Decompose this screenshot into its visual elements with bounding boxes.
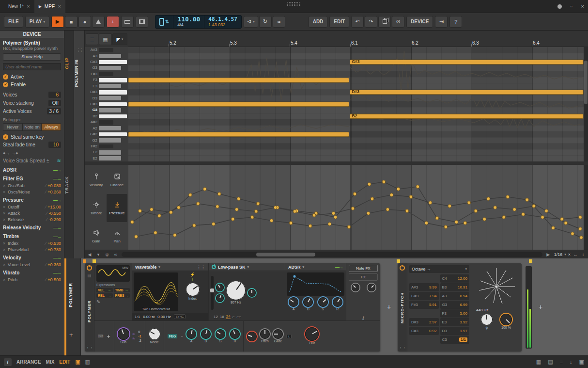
timeline-ruler[interactable]: 5.25.35.46.16.26.36.4 — [128, 31, 588, 47]
mod-target-row[interactable]: ×Release∕-0.290 — [3, 216, 61, 223]
nudge-icons[interactable]: ⇅ — [165, 19, 169, 24]
tuning-value[interactable]: 0.92 — [429, 329, 437, 333]
tuning-fork-icon[interactable]: ψ — [104, 252, 110, 257]
remove-icon[interactable]: × — [3, 262, 8, 267]
edit-pencil-icon[interactable]: ✎ — [96, 299, 130, 304]
index-knob[interactable]: Index — [186, 283, 200, 301]
scroll-left-icon[interactable]: ◀ — [87, 252, 93, 257]
layers-button[interactable] — [136, 16, 148, 28]
filter-drive-knob[interactable] — [216, 284, 224, 291]
expression-button-pan[interactable]: Pan — [107, 222, 127, 250]
document-tab[interactable]: New 1*× — [4, 0, 34, 13]
zoom-horizontal-icon[interactable]: ↔ — [573, 252, 578, 257]
freq-offset-value[interactable]: 0.00 Hz — [157, 315, 171, 319]
mod-target-row[interactable]: ×Osc/Sub∕+0.080 — [3, 182, 61, 189]
filter-response-icon[interactable]: ⌐ — [232, 315, 235, 319]
tab-clip[interactable]: CLIP — [64, 57, 74, 69]
tuning-value[interactable]: 5.00 — [460, 311, 467, 316]
mod-amount-value[interactable]: +0.080 — [47, 183, 61, 188]
pressure-point[interactable] — [545, 209, 548, 213]
drag-handle-icon[interactable]: ⋮⋮ — [86, 345, 93, 350]
scrollbar-thumb[interactable] — [256, 253, 315, 256]
pointer-tool-button[interactable]: ◤ ▾ — [112, 33, 127, 45]
mod-amount-value[interactable]: +0.260 — [47, 190, 61, 194]
delete-button[interactable]: ⊘ — [392, 16, 404, 28]
pressure-point[interactable] — [170, 211, 173, 214]
pressure-point[interactable] — [425, 222, 428, 225]
pressure-point[interactable] — [368, 183, 371, 186]
key-bar[interactable] — [99, 156, 121, 160]
add-device-icon[interactable]: + — [69, 331, 73, 338]
mod-amount-value[interactable]: -0.290 — [48, 217, 61, 222]
metronome-button[interactable] — [92, 16, 105, 28]
expression-button-chance[interactable]: Chance — [107, 166, 127, 194]
piano-key-row[interactable]: C#3 — [85, 101, 128, 107]
pressure-point[interactable] — [390, 193, 393, 197]
device-power-icon[interactable] — [87, 265, 92, 271]
piano-key-row[interactable]: A#3 — [85, 47, 128, 53]
key-bar[interactable] — [99, 84, 121, 88]
pressure-point[interactable] — [231, 218, 234, 221]
play-button[interactable]: ▶ — [51, 16, 64, 28]
filter-slope-option[interactable]: 18 — [220, 315, 224, 319]
tuning-value[interactable]: 3.92 — [460, 320, 467, 324]
feg-badge[interactable]: FEG — [168, 334, 177, 338]
filter-keytrack-knob[interactable] — [248, 289, 256, 297]
zoom-vertical-icon[interactable]: ↕ — [580, 252, 586, 257]
pressure-point[interactable] — [579, 227, 582, 231]
voices-value[interactable]: 6 — [48, 92, 61, 98]
glide-knob[interactable]: Glide — [273, 329, 283, 343]
key-bar[interactable] — [99, 72, 113, 77]
tuning-value[interactable]: 7.94 — [429, 294, 437, 298]
feg-s-knob[interactable]: S — [216, 329, 225, 343]
pressure-point[interactable] — [192, 224, 196, 227]
wavetable-name[interactable]: Two Harmonics.wt — [134, 307, 178, 311]
tuning-value[interactable]: 6.99 — [460, 303, 467, 307]
view-mix[interactable]: MIX — [46, 359, 55, 365]
knob-dial[interactable] — [216, 329, 225, 339]
pressure-point[interactable] — [541, 216, 544, 219]
sub-octave-option[interactable]: 0 — [139, 330, 141, 334]
key-bar[interactable] — [99, 108, 121, 112]
pressure-point[interactable] — [173, 234, 177, 237]
enable-toggle[interactable]: ✓ Enable — [3, 80, 61, 88]
tuning-cell-d3[interactable]: D31.97 — [440, 327, 470, 335]
song-time[interactable]: 1:43.032 — [208, 22, 237, 27]
pressure-point[interactable] — [328, 223, 331, 226]
tuning-cell-gs3[interactable]: G#37.94 — [409, 292, 439, 300]
drag-handle-icon[interactable]: ⋮⋮ — [399, 345, 406, 350]
view-arrange[interactable]: ARRANGE — [16, 359, 41, 365]
tuning-value[interactable]: 1.97 — [460, 329, 467, 333]
expression-button-gain[interactable]: Gain — [86, 222, 107, 250]
pressure-point[interactable] — [416, 185, 419, 189]
piano-key-row[interactable]: B2 — [85, 113, 128, 119]
lane-name[interactable]: POLYMER #6 — [74, 60, 84, 87]
expression-scrollbar[interactable] — [584, 165, 588, 250]
piano-key-row[interactable]: E2 — [85, 156, 128, 161]
mappings-icon[interactable]: ≡ — [560, 359, 563, 365]
device-color-marker[interactable] — [83, 259, 86, 263]
pressure-point[interactable] — [353, 192, 356, 196]
document-tab[interactable]: ▶MPE× — [34, 0, 65, 13]
envelope-type[interactable]: ADSR — [288, 265, 301, 270]
feg-d-knob[interactable]: D — [201, 329, 211, 343]
pressure-point[interactable] — [293, 210, 296, 213]
pressure-point[interactable] — [409, 195, 413, 199]
tuning-value[interactable]: 5.91 — [429, 303, 437, 307]
knob-dial[interactable] — [303, 297, 313, 307]
midi-note[interactable] — [128, 78, 349, 82]
pitch-knob[interactable]: Pitch — [260, 329, 270, 343]
info-button[interactable]: i — [4, 358, 12, 366]
pressure-point[interactable] — [506, 195, 510, 199]
sub-octave-option[interactable]: -2 — [139, 338, 141, 343]
track-name[interactable]: POLYMER — [68, 283, 78, 307]
knob-dial[interactable] — [289, 297, 298, 307]
undo-button[interactable]: ↶ — [351, 16, 364, 28]
fx-slot-tab-fx[interactable]: FX — [349, 273, 378, 281]
key-bar[interactable] — [99, 120, 113, 125]
midi-note[interactable] — [128, 132, 349, 136]
pressure-point[interactable] — [513, 208, 516, 211]
mod-amount-value[interactable]: +15.00 — [47, 205, 61, 209]
grid-multiplier-icon[interactable]: × — [568, 252, 571, 257]
env-s-knob[interactable]: S — [318, 297, 328, 311]
